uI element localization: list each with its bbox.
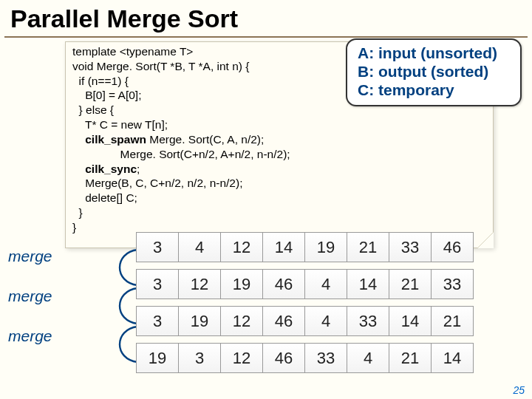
code-line: delete[] C; (72, 191, 137, 204)
cell: 3 (178, 343, 221, 373)
cell: 46 (262, 343, 305, 373)
code-line: T* C = new T[n]; (72, 118, 168, 131)
legend-b: B: output (sorted) (358, 63, 510, 81)
cell: 21 (431, 306, 474, 336)
cell: 12 (220, 232, 263, 262)
cell: 21 (389, 269, 432, 299)
cell: 33 (389, 232, 432, 262)
cell: 19 (304, 232, 347, 262)
merge-label-3: merge (8, 327, 52, 345)
cell: 14 (431, 343, 474, 373)
legend-a: A: input (unsorted) (358, 44, 510, 63)
cell: 19 (136, 343, 179, 373)
cell: 19 (220, 269, 263, 299)
merge-label-2: merge (8, 287, 52, 305)
cell: 33 (304, 343, 347, 373)
data-tables: 3 4 12 14 19 21 33 46 3 12 19 46 4 14 21… (136, 232, 473, 380)
code-line (72, 163, 85, 175)
legend-c: C: temporary (358, 81, 510, 100)
code-line: } (72, 221, 76, 233)
keyword-cilk-sync: cilk_sync (85, 163, 137, 175)
code-line: Merge(B, C, C+n/2, n/2, n-n/2); (72, 177, 242, 189)
code-line: template <typename T> (72, 45, 193, 58)
cell: 3 (136, 269, 179, 299)
cell: 4 (178, 232, 221, 262)
cell: 33 (431, 269, 474, 299)
cell: 12 (220, 343, 263, 373)
cell: 3 (136, 232, 179, 262)
title-rule (4, 36, 528, 38)
merge-label-1: merge (8, 248, 52, 265)
code-line: } (72, 206, 83, 219)
code-line: B[0] = A[0]; (72, 89, 141, 101)
cell: 46 (431, 232, 474, 262)
code-line: } else { (72, 103, 114, 116)
code-listing: template <typename T> void Merge. Sort(T… (72, 44, 290, 235)
table-row: 3 12 19 46 4 14 21 33 (136, 269, 473, 299)
legend-box: A: input (unsorted) B: output (sorted) C… (346, 38, 522, 106)
code-line (72, 133, 85, 146)
cell: 3 (136, 306, 179, 336)
cell: 4 (304, 306, 347, 336)
cell: 14 (262, 232, 305, 262)
merge-arcs (47, 232, 151, 395)
table-row: 3 19 12 46 4 33 14 21 (136, 306, 473, 336)
cell: 12 (178, 269, 221, 299)
code-line: ; (137, 163, 140, 175)
page-number: 25 (513, 384, 525, 396)
table-row: 3 4 12 14 19 21 33 46 (136, 232, 473, 262)
code-line: Merge. Sort(C, A, n/2); (146, 133, 264, 146)
cell: 14 (389, 306, 432, 336)
code-line: void Merge. Sort(T *B, T *A, int n) { (72, 60, 250, 72)
slide-title: Parallel Merge Sort (0, 0, 532, 36)
cell: 14 (347, 269, 389, 299)
cell: 46 (262, 306, 305, 336)
table-row: 19 3 12 46 33 4 21 14 (136, 343, 473, 373)
cell: 4 (347, 343, 389, 373)
cell: 21 (389, 343, 432, 373)
keyword-cilk-spawn: cilk_spawn (85, 133, 146, 146)
cell: 46 (262, 269, 305, 299)
cell: 19 (178, 306, 221, 336)
cell: 33 (347, 306, 389, 336)
code-line: if (n==1) { (72, 75, 129, 87)
code-line: Merge. Sort(C+n/2, A+n/2, n-n/2); (72, 148, 290, 160)
cell: 4 (304, 269, 347, 299)
cell: 21 (347, 232, 389, 262)
cell: 12 (220, 306, 263, 336)
